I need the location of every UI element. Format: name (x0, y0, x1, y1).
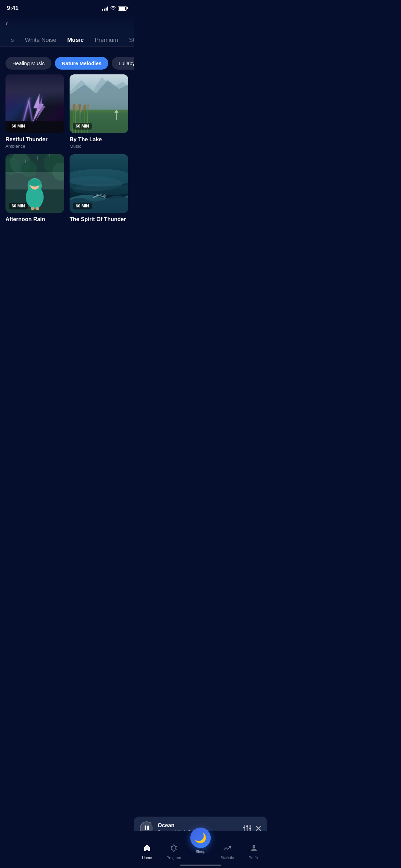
tab-sounds[interactable]: s (5, 34, 20, 46)
tab-music[interactable]: Music (62, 34, 89, 46)
tab-underline (0, 46, 134, 47)
card-restful-thunder[interactable]: 60 MIN Restful Thunder Ambience (5, 74, 64, 149)
svg-rect-27 (31, 207, 34, 210)
svg-point-9 (75, 105, 78, 111)
top-nav: ‹ (0, 15, 134, 30)
duration-badge-rain: 60 MIN (9, 203, 28, 209)
card-title-rain: Afternoon Rain (5, 216, 64, 222)
card-afternoon-rain[interactable]: 60 MIN Afternoon Rain (5, 154, 64, 224)
card-subtitle-lake: Music (70, 144, 128, 149)
duration-badge-spirit: 60 MIN (73, 203, 92, 209)
tab-stories[interactable]: Stor (123, 34, 134, 46)
card-title-lake: By The Lake (70, 136, 128, 143)
battery-icon (118, 6, 127, 11)
duration-badge-lake: 60 MIN (73, 123, 92, 130)
tab-white-noise[interactable]: White Noise (20, 34, 62, 46)
svg-point-11 (80, 107, 82, 112)
category-tabs: s White Noise Music Premium Stor (0, 30, 134, 46)
svg-point-39 (100, 194, 102, 195)
svg-rect-28 (36, 207, 39, 210)
filter-pills: Healing Music Nature Melodies Lullaby Bi… (0, 52, 134, 74)
signal-icon (102, 6, 108, 11)
wifi-icon (110, 5, 116, 11)
svg-point-12 (83, 104, 86, 110)
status-time: 9:41 (7, 5, 19, 12)
pill-lullaby[interactable]: Lullaby (112, 57, 134, 70)
card-subtitle-thunder: Ambience (5, 144, 64, 149)
music-grid: 60 MIN Restful Thunder Ambience (0, 74, 134, 229)
status-icons (102, 5, 127, 11)
pill-healing[interactable]: Healing Music (5, 57, 51, 70)
card-title-thunder: Restful Thunder (5, 136, 64, 143)
card-spirit-thunder[interactable]: 60 MIN The Spirit Of Thunder (70, 154, 128, 224)
svg-point-13 (87, 104, 89, 109)
tab-premium[interactable]: Premium (89, 34, 123, 46)
status-bar: 9:41 (0, 0, 134, 15)
card-title-spirit: The Spirit Of Thunder (70, 216, 128, 222)
duration-badge-thunder: 60 MIN (9, 123, 28, 130)
card-by-the-lake[interactable]: 60 MIN By The Lake Music (70, 74, 128, 149)
pill-nature[interactable]: Nature Melodies (55, 57, 108, 70)
svg-point-38 (96, 194, 99, 196)
back-button[interactable]: ‹ (5, 18, 11, 28)
svg-point-40 (103, 194, 106, 197)
